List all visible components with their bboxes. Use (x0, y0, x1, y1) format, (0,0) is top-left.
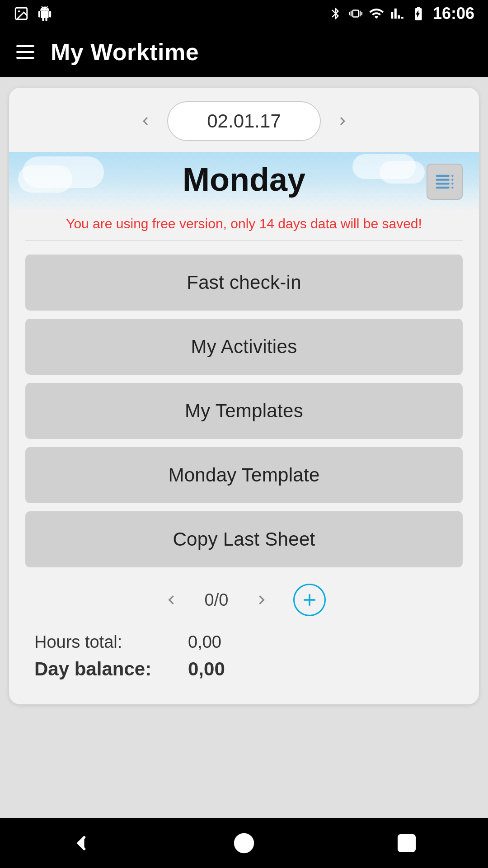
time-display: 16:06 (433, 4, 474, 23)
svg-rect-6 (451, 175, 453, 177)
bottom-nav (0, 818, 488, 868)
svg-rect-5 (436, 187, 450, 189)
home-button[interactable] (219, 827, 269, 859)
back-button[interactable] (56, 827, 107, 859)
my-activities-button[interactable]: My Activities (25, 319, 463, 375)
hours-total-label: Hours total: (34, 632, 179, 652)
prev-date-button[interactable] (133, 108, 158, 134)
svg-point-10 (235, 835, 253, 852)
svg-rect-7 (451, 179, 453, 181)
cloud-decoration-4 (380, 161, 425, 184)
free-version-notice: You are using free version, only 14 days… (25, 216, 463, 241)
svg-point-1 (18, 10, 20, 12)
hamburger-menu[interactable] (16, 45, 34, 59)
next-page-button[interactable] (253, 591, 271, 609)
page-count: 0/0 (194, 590, 239, 610)
signal-icon (390, 7, 404, 20)
main-card: 02.01.17 Monday (9, 88, 479, 704)
main-content: 02.01.17 Monday (0, 77, 488, 818)
app-bar: My Worktime (0, 27, 488, 77)
day-balance-value: 0,00 (188, 658, 225, 680)
status-bar-left (14, 6, 52, 21)
bluetooth-icon (329, 7, 343, 20)
image-icon (14, 6, 29, 21)
monday-template-button[interactable]: Monday Template (25, 447, 463, 503)
next-date-button[interactable] (330, 108, 355, 134)
battery-icon (410, 5, 427, 22)
hours-total-value: 0,00 (188, 632, 221, 652)
day-balance-label: Day balance: (34, 658, 179, 680)
cloud-decoration-2 (18, 165, 72, 193)
day-header-area: Monday (9, 152, 479, 212)
day-balance-row: Day balance: 0,00 (34, 658, 454, 680)
hours-total-row: Hours total: 0,00 (34, 632, 454, 652)
svg-rect-8 (451, 183, 453, 184)
date-navigation: 02.01.17 (25, 101, 463, 141)
svg-rect-3 (436, 179, 450, 181)
svg-rect-9 (451, 187, 453, 189)
prev-page-button[interactable] (162, 591, 180, 609)
wifi-icon (369, 6, 384, 21)
action-buttons: Fast check-in My Activities My Templates… (25, 255, 463, 567)
recents-button[interactable] (381, 827, 432, 859)
list-view-button[interactable] (427, 164, 463, 200)
android-icon (37, 6, 52, 21)
svg-rect-2 (436, 175, 450, 177)
pagination: 0/0 (25, 584, 463, 616)
status-bar: 16:06 (0, 0, 488, 27)
fast-checkin-button[interactable]: Fast check-in (25, 255, 463, 311)
copy-last-sheet-button[interactable]: Copy Last Sheet (25, 511, 463, 567)
svg-rect-4 (436, 183, 450, 184)
my-templates-button[interactable]: My Templates (25, 383, 463, 439)
totals-section: Hours total: 0,00 Day balance: 0,00 (25, 632, 463, 680)
status-bar-right: 16:06 (329, 4, 474, 23)
svg-rect-11 (399, 835, 415, 851)
add-entry-button[interactable] (293, 584, 326, 616)
vibrate-icon (349, 7, 362, 20)
date-display[interactable]: 02.01.17 (167, 101, 321, 141)
day-name: Monday (183, 161, 305, 198)
app-title: My Worktime (51, 38, 199, 66)
